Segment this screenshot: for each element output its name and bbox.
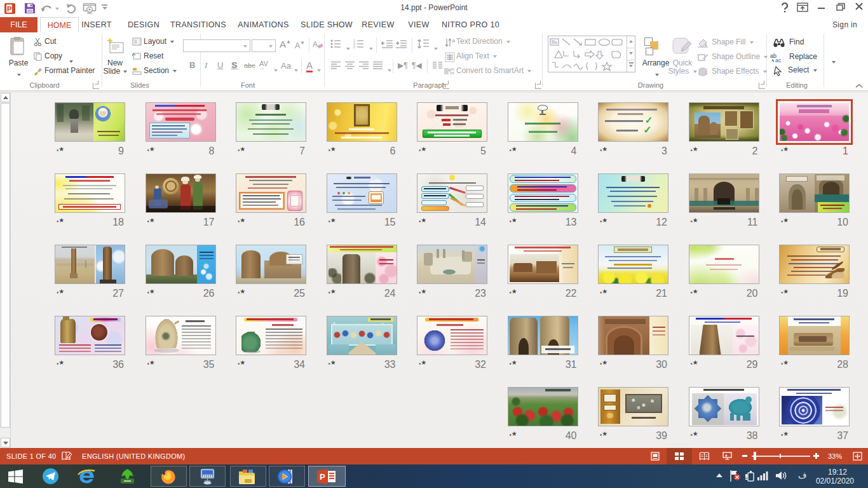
- svg-text:ac: ac: [775, 57, 782, 63]
- svg-text:3: 3: [353, 45, 355, 49]
- svg-text:A: A: [452, 38, 455, 44]
- svg-text:P: P: [320, 472, 325, 482]
- svg-text:A: A: [313, 40, 318, 49]
